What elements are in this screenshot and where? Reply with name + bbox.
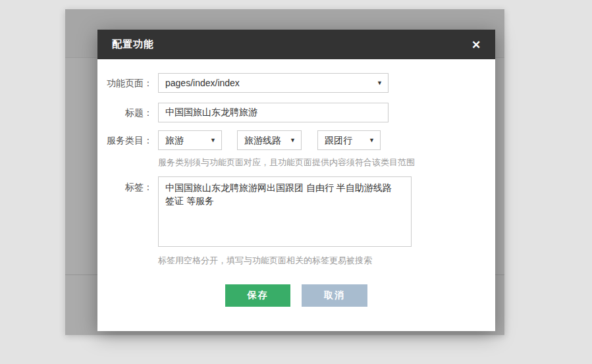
chevron-down-icon: ▼ bbox=[210, 131, 216, 149]
service-category-row: 服务类目： 旅游 ▼ 旅游线路 ▼ 跟团行 ▼ bbox=[97, 130, 495, 150]
service-category-hint: 服务类别须与功能页面对应，且功能页面提供内容须符合该类目范围 bbox=[158, 157, 415, 169]
function-page-select-value: pages/index/index bbox=[165, 78, 240, 88]
chevron-down-icon: ▼ bbox=[369, 131, 375, 149]
function-page-row: 功能页面： pages/index/index ▼ bbox=[97, 73, 495, 93]
tags-textarea[interactable]: 中国国旅山东龙聘旅游网出国跟团 自由行 半自助游线路 签证 等服务 bbox=[158, 176, 412, 247]
tags-label: 标签： bbox=[97, 180, 153, 200]
chevron-down-icon: ▼ bbox=[290, 131, 296, 149]
service-category-select-3-value: 跟团行 bbox=[325, 135, 352, 145]
title-input[interactable] bbox=[158, 103, 389, 122]
modal-title: 配置功能 bbox=[112, 38, 154, 51]
save-button[interactable]: 保存 bbox=[225, 284, 290, 307]
service-category-select-3[interactable]: 跟团行 ▼ bbox=[317, 130, 381, 150]
modal-body: 功能页面： pages/index/index ▼ 标题： 服务类目： 旅游 ▼… bbox=[97, 59, 495, 331]
service-category-select-1[interactable]: 旅游 ▼ bbox=[158, 130, 222, 150]
service-category-select-1-value: 旅游 bbox=[165, 135, 184, 145]
service-category-label: 服务类目： bbox=[97, 130, 153, 150]
service-category-select-2[interactable]: 旅游线路 ▼ bbox=[237, 130, 302, 150]
modal-header: 配置功能 ✕ bbox=[97, 30, 495, 59]
close-icon[interactable]: ✕ bbox=[469, 38, 483, 53]
function-page-select[interactable]: pages/index/index ▼ bbox=[158, 73, 389, 93]
title-row: 标题： bbox=[97, 103, 495, 122]
tags-row: 标签： 中国国旅山东龙聘旅游网出国跟团 自由行 半自助游线路 签证 等服务 bbox=[97, 176, 495, 247]
service-category-select-2-value: 旅游线路 bbox=[244, 135, 281, 145]
cancel-button[interactable]: 取消 bbox=[302, 284, 367, 307]
tags-hint: 标签用空格分开，填写与功能页面相关的标签更易被搜索 bbox=[158, 255, 372, 267]
configure-function-modal: 配置功能 ✕ 功能页面： pages/index/index ▼ 标题： 服务类… bbox=[97, 30, 495, 331]
title-label: 标题： bbox=[97, 103, 153, 122]
function-page-label: 功能页面： bbox=[97, 73, 153, 93]
chevron-down-icon: ▼ bbox=[377, 74, 383, 92]
button-row: 保存 取消 bbox=[97, 284, 495, 307]
